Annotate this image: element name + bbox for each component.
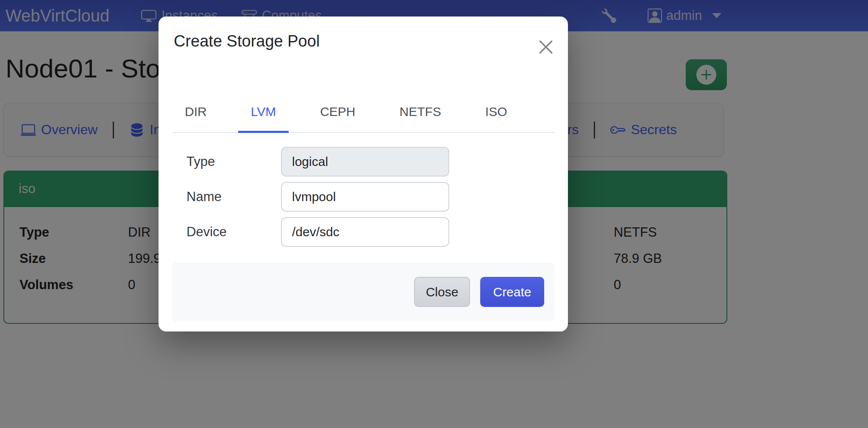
- modal-header: Create Storage Pool: [159, 17, 568, 50]
- name-field[interactable]: [281, 182, 449, 212]
- form-row-name: Name: [174, 182, 553, 212]
- tab-iso[interactable]: ISO: [473, 97, 520, 133]
- name-label: Name: [186, 189, 281, 204]
- tab-lvm[interactable]: LVM: [238, 97, 289, 133]
- create-storage-pool-modal: Create Storage Pool DIR LVM CEPH NETFS I…: [159, 17, 568, 331]
- form-row-type: Type: [174, 147, 553, 177]
- device-field[interactable]: [281, 217, 449, 247]
- modal-title: Create Storage Pool: [174, 32, 553, 50]
- lvm-pool-form: Type Name Device: [174, 147, 553, 247]
- tab-dir[interactable]: DIR: [172, 97, 220, 133]
- close-button[interactable]: [537, 38, 555, 56]
- tab-ceph[interactable]: CEPH: [307, 97, 368, 133]
- pool-type-tabs: DIR LVM CEPH NETFS ISO: [172, 97, 554, 133]
- device-label: Device: [186, 224, 281, 240]
- type-field: [281, 147, 449, 177]
- modal-footer: Close Create: [172, 262, 554, 322]
- form-row-device: Device: [174, 217, 553, 247]
- type-label: Type: [186, 154, 281, 169]
- tab-netfs[interactable]: NETFS: [387, 97, 454, 133]
- modal-close-button[interactable]: Close: [414, 277, 470, 307]
- x-icon: [537, 38, 555, 56]
- modal-create-button[interactable]: Create: [480, 277, 544, 307]
